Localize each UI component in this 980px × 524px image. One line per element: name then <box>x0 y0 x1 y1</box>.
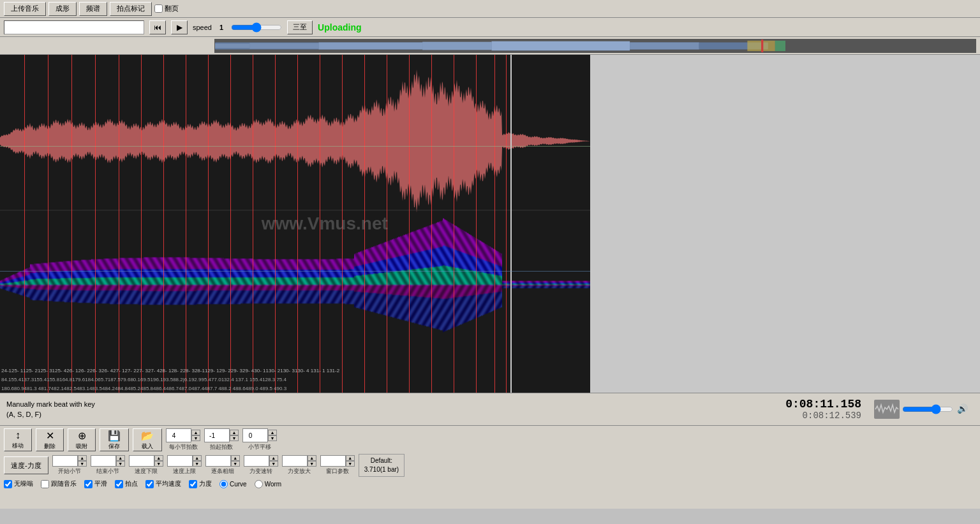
adsorb-button[interactable]: ⊕ 吸附 <box>68 428 96 451</box>
save-label: 保存 <box>108 442 120 451</box>
force-change-group: ▲ ▼ 力变速转 <box>244 455 278 476</box>
speed-up-down[interactable]: ▼ <box>193 461 202 467</box>
cb-beat-label[interactable]: 拍点 <box>115 479 138 488</box>
force-amplify-input[interactable] <box>282 455 308 467</box>
right-panel <box>590 55 980 393</box>
overview-waveform-container[interactable] <box>214 39 976 53</box>
radio-worm-text: Worm <box>265 481 281 488</box>
speaker-icon: 🔊 <box>956 403 969 416</box>
save-icon: 💾 <box>108 430 121 442</box>
beat-offset-up[interactable]: ▲ <box>230 430 239 435</box>
cb-no-noise-label[interactable]: 无噪嗡 <box>4 479 33 488</box>
bar-shift-input[interactable] <box>242 428 268 442</box>
cb-force[interactable] <box>189 480 197 488</box>
beat-offset-down[interactable]: ▼ <box>230 435 239 441</box>
filename-input[interactable]: Heifetz-Zigeunerweisen <box>4 20 144 34</box>
cb-flat-label[interactable]: 平滑 <box>84 479 107 488</box>
frequency-button[interactable]: 频谱 <box>79 2 107 16</box>
svg-text:🔊: 🔊 <box>957 404 969 414</box>
beats-per-bar-down[interactable]: ▼ <box>191 435 200 441</box>
page-checkbox-label[interactable]: 翻页 <box>154 4 179 13</box>
beat-marker-button[interactable]: 拍点标记 <box>110 2 152 16</box>
start-bar-label: 开始小节 <box>58 467 81 476</box>
beat-line-23 <box>506 55 507 393</box>
delete-button[interactable]: ✕ 删除 <box>36 428 64 451</box>
beats-per-bar-input[interactable] <box>166 428 191 442</box>
bar-granular-down[interactable]: ▼ <box>231 461 240 467</box>
start-bar-group: ▲ ▼ 开始小节 <box>52 455 87 476</box>
eq-button[interactable]: 三至 <box>287 20 313 34</box>
end-bar-up[interactable]: ▲ <box>116 455 125 461</box>
speed-down-up[interactable]: ▲ <box>154 455 163 461</box>
cb-force-label[interactable]: 力度 <box>189 479 212 488</box>
adsorb-icon: ⊕ <box>78 430 86 442</box>
cb-avg-speed-label[interactable]: 平均速度 <box>145 479 181 488</box>
waveform-button[interactable]: 成形 <box>48 2 77 16</box>
force-change-input[interactable] <box>244 455 269 467</box>
svg-rect-10 <box>761 40 763 52</box>
cb-avg-speed[interactable] <box>145 480 154 488</box>
start-bar-down[interactable]: ▼ <box>78 461 87 467</box>
upload-button[interactable]: 上传音乐 <box>4 2 46 16</box>
beat-line-15 <box>342 55 343 393</box>
svg-rect-6 <box>491 41 630 50</box>
end-bar-down[interactable]: ▼ <box>116 461 125 467</box>
start-bar-up[interactable]: ▲ <box>78 455 87 461</box>
move-button[interactable]: ↕ 移动 <box>4 428 32 451</box>
beats-per-bar-up[interactable]: ▲ <box>191 430 200 435</box>
cb-no-noise[interactable] <box>4 480 12 488</box>
volume-slider[interactable] <box>902 404 953 414</box>
speed-up-input[interactable] <box>167 455 193 467</box>
force-amplify-label: 力变放大 <box>288 467 311 476</box>
bar-granular-input[interactable] <box>205 455 231 467</box>
time-secondary: 0:08:12.539 <box>785 411 861 421</box>
default-value: 3.710(1 bar) <box>364 466 399 473</box>
speed-up-label: 速度上限 <box>173 467 196 476</box>
cb-flat[interactable] <box>84 480 93 488</box>
radio-curve-label[interactable]: Curve <box>219 480 247 488</box>
end-bar-group: ▲ ▼ 结束小节 <box>91 455 125 476</box>
waveform-area[interactable]: www.Vmus.net 24-125- 1125- 2125- 3125- 4… <box>0 55 590 393</box>
speed-value: 1 <box>219 24 223 31</box>
radio-curve[interactable] <box>219 480 228 488</box>
beat-line-8 <box>186 55 186 393</box>
speed-force-button[interactable]: 速度-力度 <box>4 456 48 474</box>
speed-up-up[interactable]: ▲ <box>193 455 202 461</box>
window-param-input[interactable] <box>320 455 346 467</box>
play-button[interactable]: ▶ <box>171 20 188 34</box>
bottom-row2: 速度-力度 ▲ ▼ 开始小节 ▲ ▼ 结束小节 <box>4 454 976 477</box>
speed-slider[interactable] <box>231 22 282 33</box>
force-change-label: 力变速转 <box>249 467 272 476</box>
save-button[interactable]: 💾 保存 <box>100 428 129 451</box>
bar-granular-up[interactable]: ▲ <box>231 455 240 461</box>
svg-rect-7 <box>630 42 699 49</box>
radio-worm-label[interactable]: Worm <box>255 480 281 488</box>
window-param-up[interactable]: ▲ <box>346 455 355 461</box>
page-checkbox[interactable] <box>154 4 163 13</box>
force-amplify-up[interactable]: ▲ <box>308 455 316 461</box>
radio-worm[interactable] <box>255 480 263 488</box>
bar-granular-label: 逐条粗细 <box>211 467 234 476</box>
force-change-up[interactable]: ▲ <box>269 455 278 461</box>
window-param-group: ▲ ▼ 窗口参数 <box>320 455 355 476</box>
bar-shift-up[interactable]: ▲ <box>268 430 277 435</box>
cb-follow-music-label[interactable]: 跟随音乐 <box>41 479 77 488</box>
import-icon: 📂 <box>141 430 154 442</box>
window-param-down[interactable]: ▼ <box>346 461 355 467</box>
speed-down-down[interactable]: ▼ <box>154 461 163 467</box>
second-toolbar: Heifetz-Zigeunerweisen ⏮ ▶ speed 1 三至 Up… <box>0 18 980 37</box>
bar-shift-down[interactable]: ▼ <box>268 435 277 441</box>
import-button[interactable]: 📂 载入 <box>133 428 162 451</box>
speed-down-input[interactable] <box>129 455 154 467</box>
cb-follow-music[interactable] <box>41 480 49 488</box>
delete-label: 删除 <box>44 442 56 451</box>
start-bar-input[interactable] <box>52 455 78 467</box>
svg-rect-8 <box>699 43 755 48</box>
rewind-button[interactable]: ⏮ <box>149 20 166 34</box>
force-amplify-down[interactable]: ▼ <box>308 461 316 467</box>
force-change-down[interactable]: ▼ <box>269 461 278 467</box>
waveform-icon-svg <box>874 400 900 419</box>
end-bar-input[interactable] <box>91 455 116 467</box>
beat-offset-input[interactable] <box>204 428 230 442</box>
cb-beat[interactable] <box>115 480 123 488</box>
